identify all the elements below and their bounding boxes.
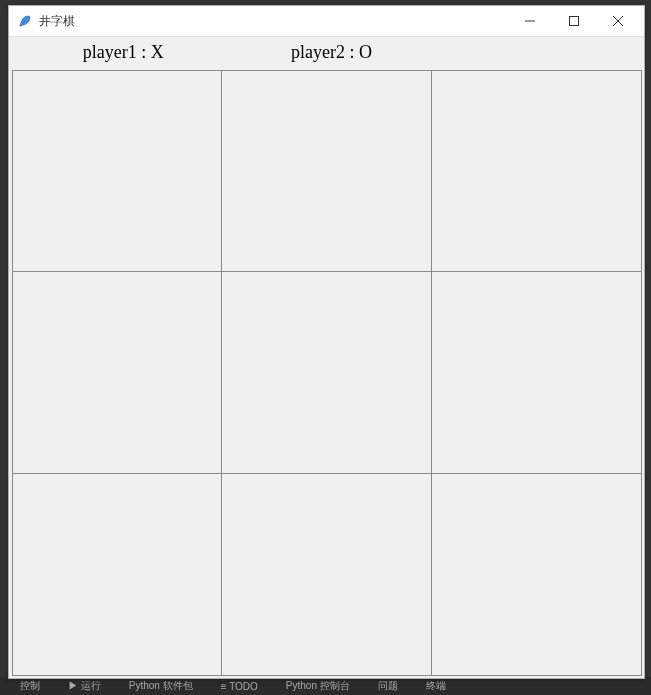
player-labels-row: player1 : X player2 : O: [9, 37, 644, 67]
svg-rect-2: [570, 17, 579, 26]
ide-item: Python 控制台: [286, 679, 350, 693]
game-board: [9, 67, 644, 678]
feather-icon: [17, 13, 33, 29]
cell-0-2[interactable]: [431, 70, 642, 273]
ide-bottom-bar: 控制 ▶ 运行 Python 软件包 ≡ TODO Python 控制台 问题 …: [0, 677, 651, 695]
close-button[interactable]: [596, 6, 640, 36]
player1-label: player1 : X: [19, 42, 227, 63]
maximize-button[interactable]: [552, 6, 596, 36]
ide-item: 问题: [378, 679, 398, 693]
player2-label: player2 : O: [227, 42, 435, 63]
app-window: 井字棋 player1 : X player2 : O: [8, 5, 645, 679]
window-controls: [508, 6, 640, 36]
ide-item: Python 软件包: [129, 679, 193, 693]
cell-0-0[interactable]: [12, 70, 223, 273]
cell-0-1[interactable]: [221, 70, 432, 273]
cell-1-1[interactable]: [221, 271, 432, 474]
ide-item: ▶ 运行: [68, 679, 101, 693]
window-title: 井字棋: [39, 13, 508, 30]
cell-2-2[interactable]: [431, 473, 642, 676]
ide-item: ≡ TODO: [221, 681, 258, 692]
cell-2-0[interactable]: [12, 473, 223, 676]
minimize-button[interactable]: [508, 6, 552, 36]
cell-2-1[interactable]: [221, 473, 432, 676]
titlebar[interactable]: 井字棋: [9, 6, 644, 37]
cell-1-0[interactable]: [12, 271, 223, 474]
cell-1-2[interactable]: [431, 271, 642, 474]
ide-item: 控制: [20, 679, 40, 693]
ide-item: 终端: [426, 679, 446, 693]
